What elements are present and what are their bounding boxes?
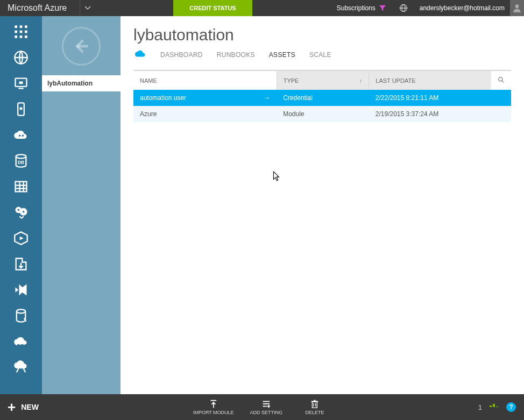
svg-rect-48 [313, 402, 317, 408]
svg-text:DB: DB [18, 160, 24, 165]
rail-mobile[interactable] [8, 98, 34, 120]
table-icon [13, 179, 29, 194]
column-name[interactable]: NAME [133, 71, 277, 90]
main-content: lybautomation DASHBOARD RUNBOOKS ASSETS … [121, 16, 524, 394]
svg-rect-7 [15, 31, 17, 33]
traffic-icon [13, 360, 29, 375]
back-button[interactable] [62, 27, 101, 66]
svg-point-21 [16, 154, 26, 158]
cloud-gears-icon [13, 127, 29, 143]
arrow-right-icon: → [264, 94, 270, 102]
vm-icon [13, 76, 29, 91]
svg-text:?: ? [509, 403, 513, 411]
db-icon: DB [13, 153, 29, 168]
svg-rect-18 [20, 108, 23, 110]
column-type[interactable]: TYPE↑ [277, 71, 369, 90]
tab-bar: DASHBOARD RUNBOOKS ASSETS SCALE [133, 49, 511, 60]
credit-status-button[interactable]: CREDIT STATUS [173, 0, 252, 16]
top-bar: Microsoft Azure CREDIT STATUS Subscripti… [0, 0, 524, 16]
web-icon [13, 50, 29, 65]
add-setting-icon [261, 399, 272, 409]
brand-dropdown[interactable] [80, 0, 95, 16]
hdinsight-icon [13, 205, 29, 220]
rail-storage[interactable] [8, 304, 34, 327]
svg-line-41 [502, 81, 504, 82]
language-button[interactable] [393, 0, 414, 16]
add-setting-button[interactable]: ADD SETTING [250, 399, 283, 415]
service-rail: DB [0, 16, 42, 394]
filter-icon [379, 4, 386, 12]
rail-export[interactable] [8, 253, 34, 275]
import-icon [208, 399, 219, 409]
svg-rect-6 [25, 25, 27, 28]
rail-traffic[interactable] [8, 356, 34, 379]
rail-vs[interactable] [8, 279, 34, 301]
notifications-icon[interactable] [488, 402, 499, 412]
column-last-update[interactable]: LAST UPDATE [369, 71, 491, 90]
person-icon [512, 3, 522, 13]
svg-point-3 [515, 4, 519, 8]
brand-label: Microsoft Azure [0, 0, 74, 16]
rail-grid[interactable] [8, 20, 34, 43]
export-icon [13, 257, 29, 272]
media-icon [13, 231, 29, 246]
svg-point-31 [23, 211, 25, 213]
globe-icon [399, 4, 408, 12]
notification-count: 1 [478, 403, 482, 411]
svg-point-19 [19, 134, 21, 137]
cloud-icon [134, 49, 146, 60]
subscriptions-label: Subscriptions [337, 4, 376, 12]
table-row[interactable]: Azure Module 2/19/2015 3:37:24 AM [133, 106, 511, 122]
new-button[interactable]: + NEW [8, 400, 39, 414]
svg-marker-33 [20, 237, 24, 240]
svg-rect-9 [25, 31, 27, 33]
svg-rect-5 [20, 25, 23, 28]
mobile-icon [13, 102, 29, 117]
trash-icon [309, 399, 320, 409]
sort-asc-icon: ↑ [359, 77, 363, 84]
svg-point-20 [22, 134, 24, 137]
tab-dashboard[interactable]: DASHBOARD [160, 51, 203, 59]
svg-rect-8 [20, 31, 23, 33]
page-title: lybautomation [133, 26, 511, 44]
rail-web[interactable] [8, 46, 34, 69]
rail-cloud[interactable] [8, 124, 34, 146]
sidebar-item-automation[interactable]: lybAutomation [42, 75, 121, 91]
storage-icon [13, 308, 29, 323]
user-avatar[interactable] [510, 0, 524, 16]
rail-vm[interactable] [8, 72, 34, 95]
delete-button[interactable]: DELETE [299, 399, 331, 415]
svg-rect-55 [496, 407, 498, 407]
help-icon[interactable]: ? [506, 402, 516, 412]
svg-point-34 [17, 309, 25, 313]
svg-rect-23 [16, 182, 27, 192]
vs-icon [13, 282, 29, 297]
assets-table: NAME TYPE↑ LAST UPDATE automation user→ … [133, 70, 511, 122]
tab-assets[interactable]: ASSETS [269, 51, 295, 59]
search-icon [498, 76, 505, 83]
svg-point-30 [18, 209, 20, 211]
svg-rect-16 [18, 88, 23, 89]
svg-rect-53 [490, 405, 492, 407]
column-search[interactable] [491, 71, 512, 90]
network-icon [13, 334, 29, 349]
rail-db[interactable]: DB [8, 150, 34, 172]
tab-runbooks[interactable]: RUNBOOKS [217, 51, 255, 59]
svg-rect-15 [19, 82, 23, 84]
user-email[interactable]: anderslybecker@hotmail.com [414, 0, 510, 16]
table-row[interactable]: automation user→ Credential 2/22/2015 8:… [133, 90, 511, 106]
svg-rect-10 [15, 35, 17, 38]
plus-icon: + [8, 400, 16, 414]
rail-network[interactable] [8, 330, 34, 353]
rail-media[interactable] [8, 227, 34, 250]
svg-rect-12 [25, 35, 27, 38]
rail-hdinsight[interactable] [8, 201, 34, 224]
import-module-button[interactable]: IMPORT MODULE [193, 399, 234, 415]
rail-table[interactable] [8, 175, 34, 198]
back-arrow-icon [71, 36, 91, 56]
grid-icon [13, 24, 29, 39]
subscriptions-button[interactable]: Subscriptions [330, 0, 393, 16]
command-bar: + NEW IMPORT MODULE ADD SETTING DELETE 1… [0, 394, 524, 420]
tab-scale[interactable]: SCALE [309, 51, 331, 59]
side-panel: lybAutomation [42, 16, 121, 394]
